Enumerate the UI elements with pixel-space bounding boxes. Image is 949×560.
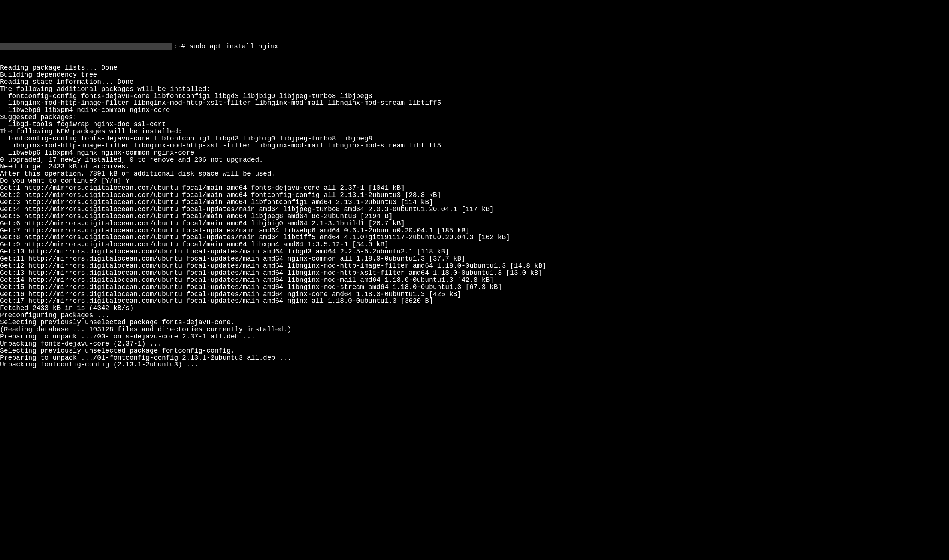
- terminal-line: The following additional packages will b…: [0, 86, 949, 93]
- terminal-line: Get:14 http://mirrors.digitalocean.com/u…: [0, 277, 949, 284]
- terminal-line: Preparing to unpack .../01-fontconfig-co…: [0, 354, 949, 362]
- terminal-line: Get:3 http://mirrors.digitalocean.com/ub…: [0, 199, 949, 206]
- terminal-line: Get:12 http://mirrors.digitalocean.com/u…: [0, 262, 949, 269]
- terminal-line: Do you want to continue? [Y/n] Y: [0, 177, 949, 185]
- terminal-line: Get:15 http://mirrors.digitalocean.com/u…: [0, 284, 949, 291]
- terminal-line: Get:4 http://mirrors.digitalocean.com/ub…: [0, 206, 949, 213]
- terminal-line: Reading state information... Done: [0, 78, 949, 86]
- terminal-line: Get:2 http://mirrors.digitalocean.com/ub…: [0, 192, 949, 199]
- terminal-line: Get:10 http://mirrors.digitalocean.com/u…: [0, 248, 949, 255]
- terminal-line: Get:5 http://mirrors.digitalocean.com/ub…: [0, 213, 949, 220]
- command-text: sudo apt install nginx: [189, 43, 278, 50]
- terminal-line: (Reading database ... 103128 files and d…: [0, 326, 949, 333]
- terminal-line: Need to get 2433 kB of archives.: [0, 163, 949, 170]
- terminal-line: Suggested packages:: [0, 114, 949, 121]
- terminal-line: After this operation, 7891 kB of additio…: [0, 170, 949, 177]
- terminal-line: The following NEW packages will be insta…: [0, 128, 949, 135]
- redacted-host: [0, 43, 172, 50]
- terminal-line: libnginx-mod-http-image-filter libnginx-…: [0, 142, 949, 149]
- terminal-line: Building dependency tree: [0, 71, 949, 78]
- terminal-line: Get:13 http://mirrors.digitalocean.com/u…: [0, 269, 949, 277]
- terminal-line: fontconfig-config fonts-dejavu-core libf…: [0, 93, 949, 100]
- terminal-line: Get:9 http://mirrors.digitalocean.com/ub…: [0, 241, 949, 248]
- terminal-line: 0 upgraded, 17 newly installed, 0 to rem…: [0, 157, 949, 163]
- prompt-line[interactable]: :~# sudo apt install nginx: [0, 43, 949, 50]
- terminal-line: libwebp6 libxpm4 nginx-common nginx-core: [0, 107, 949, 114]
- terminal-line: libnginx-mod-http-image-filter libnginx-…: [0, 100, 949, 107]
- terminal-line: Get:8 http://mirrors.digitalocean.com/ub…: [0, 234, 949, 241]
- terminal-line: Get:6 http://mirrors.digitalocean.com/ub…: [0, 220, 949, 227]
- terminal-line: Get:7 http://mirrors.digitalocean.com/ub…: [0, 227, 949, 234]
- terminal-line: Get:16 http://mirrors.digitalocean.com/u…: [0, 291, 949, 298]
- terminal-output[interactable]: :~# sudo apt install nginx Reading packa…: [0, 28, 949, 377]
- terminal-line: libwebp6 libxpm4 nginx nginx-common ngin…: [0, 149, 949, 157]
- terminal-line: Selecting previously unselected package …: [0, 319, 949, 326]
- terminal-line: Unpacking fonts-dejavu-core (2.37-1) ...: [0, 340, 949, 348]
- terminal-line: fontconfig-config fonts-dejavu-core libf…: [0, 135, 949, 142]
- terminal-line: Fetched 2433 kB in 1s (4342 kB/s): [0, 305, 949, 312]
- terminal-line: Get:11 http://mirrors.digitalocean.com/u…: [0, 255, 949, 262]
- terminal-line: Preconfiguring packages ...: [0, 312, 949, 319]
- terminal-line: Selecting previously unselected package …: [0, 348, 949, 354]
- terminal-line: Preparing to unpack .../00-fonts-dejavu-…: [0, 333, 949, 340]
- terminal-line: Reading package lists... Done: [0, 65, 949, 71]
- terminal-line: Unpacking fontconfig-config (2.13.1-2ubu…: [0, 361, 949, 368]
- terminal-line: Get:17 http://mirrors.digitalocean.com/u…: [0, 298, 949, 305]
- prompt-suffix: :~#: [173, 43, 189, 50]
- terminal-line: Get:1 http://mirrors.digitalocean.com/ub…: [0, 185, 949, 192]
- terminal-line: libgd-tools fcgiwrap nginx-doc ssl-cert: [0, 121, 949, 128]
